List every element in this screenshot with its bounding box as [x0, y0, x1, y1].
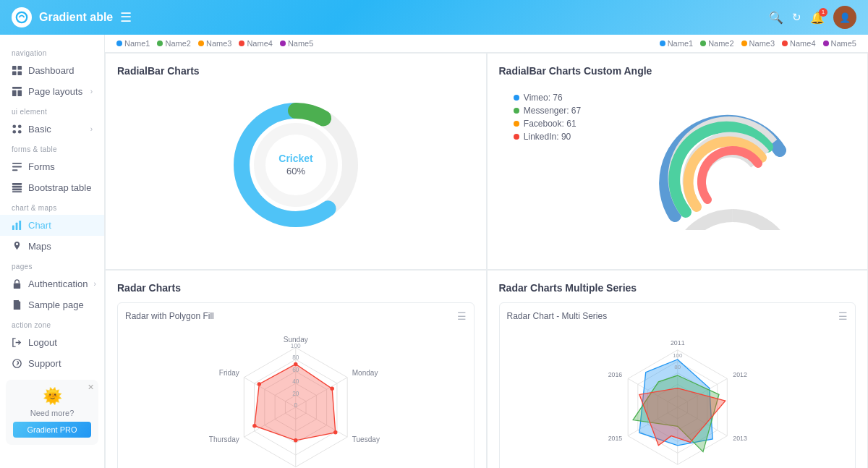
legend-messenger: Messenger: 67	[514, 106, 582, 116]
svg-text:0: 0	[294, 402, 297, 409]
svg-rect-21	[19, 221, 21, 230]
svg-text:2016: 2016	[608, 371, 622, 378]
radar-subtitle: Radar with Polygon Fill	[125, 311, 214, 321]
sidebar-item-forms[interactable]: Forms	[0, 156, 104, 177]
radialbar-custom-visual	[610, 85, 856, 230]
sidebar-label-logout: Logout	[28, 337, 57, 348]
svg-point-46	[252, 424, 257, 428]
sidebar: navigation Dashboard Page layouts › ui e…	[0, 35, 105, 468]
svg-rect-16	[12, 186, 22, 188]
svg-text:100: 100	[673, 352, 683, 359]
sidebar-label-bootstrap-table: Bootstrap table	[28, 182, 91, 193]
svg-text:100: 100	[291, 343, 301, 349]
promo-icon: 🌞	[13, 387, 91, 406]
svg-rect-13	[12, 166, 22, 168]
radar-title: Radar Charts	[117, 282, 475, 294]
svg-text:20: 20	[292, 391, 299, 397]
legend-linkedin: LinkedIn: 90	[514, 132, 582, 142]
main-layout: navigation Dashboard Page layouts › ui e…	[0, 35, 868, 468]
sidebar-label-page-layouts: Page layouts	[28, 86, 82, 97]
svg-point-47	[258, 382, 262, 386]
sidebar-label-forms: Forms	[28, 161, 55, 172]
sidebar-item-sample-page[interactable]: Sample page	[0, 294, 104, 315]
svg-text:Cricket: Cricket	[278, 153, 313, 164]
chevron-auth: ›	[93, 280, 95, 288]
menu-icon[interactable]: ☰	[120, 9, 132, 25]
header-left: Gradient able ☰	[12, 7, 132, 27]
svg-point-23	[13, 359, 21, 367]
svg-text:2013: 2013	[733, 435, 747, 442]
svg-rect-19	[12, 226, 14, 231]
svg-point-44	[333, 430, 338, 435]
radar-svg: Sunday Monday Tuesday Wednesday Thursday…	[125, 328, 467, 468]
radar-header: Radar with Polygon Fill ☰	[125, 310, 467, 322]
svg-rect-3	[12, 71, 17, 75]
radialbar-custom-legend: Vimeo: 76 Messenger: 67 Facebook: 61	[499, 85, 596, 152]
svg-text:80: 80	[292, 354, 299, 361]
search-icon[interactable]: 🔍	[769, 11, 783, 25]
svg-rect-6	[12, 90, 17, 96]
radialbar-custom-inner: Vimeo: 76 Messenger: 67 Facebook: 61	[499, 85, 856, 230]
sidebar-section-forms: forms & table Forms Bootstrap table	[0, 140, 104, 198]
sidebar-label-chart: Chart	[28, 220, 51, 231]
svg-rect-2	[17, 66, 22, 70]
sidebar-item-basic[interactable]: Basic ›	[0, 119, 104, 140]
svg-point-11	[18, 130, 22, 134]
sidebar-item-authentication[interactable]: Authentication ›	[0, 273, 104, 294]
svg-text:2012: 2012	[733, 371, 747, 378]
gradient-pro-button[interactable]: Gradient PRO	[13, 422, 91, 438]
sidebar-label-dashboard: Dashboard	[28, 65, 75, 76]
sidebar-item-page-layouts[interactable]: Page layouts ›	[0, 81, 104, 102]
svg-text:Tuesday: Tuesday	[352, 435, 380, 443]
sidebar-section-action: action zone Logout Support	[0, 315, 104, 374]
close-promo-button[interactable]: ✕	[88, 383, 94, 392]
top-legend-strip: Name1 Name2 Name3 Name4 Name5 Name1 Name…	[105, 35, 868, 53]
radar-menu-icon[interactable]: ☰	[457, 310, 467, 322]
svg-text:80: 80	[674, 364, 681, 370]
radar-multi-menu-icon[interactable]: ☰	[838, 310, 848, 322]
svg-rect-17	[12, 188, 22, 190]
svg-point-25	[260, 129, 332, 201]
svg-text:2011: 2011	[670, 339, 684, 346]
sidebar-item-support[interactable]: Support	[0, 353, 104, 374]
radar-multi-title: Radar Charts Multiple Series	[499, 282, 856, 294]
svg-rect-4	[17, 71, 22, 75]
svg-point-9	[18, 124, 22, 128]
sidebar-item-maps[interactable]: Maps	[0, 236, 104, 257]
chevron-page-layouts: ›	[90, 88, 93, 95]
sidebar-item-bootstrap-table[interactable]: Bootstrap table	[0, 177, 104, 198]
forms-section-label: forms & table	[0, 140, 104, 156]
svg-rect-15	[12, 183, 22, 185]
svg-text:Friday: Friday	[219, 369, 240, 377]
sidebar-label-maps: Maps	[28, 241, 51, 252]
logo-icon	[12, 7, 32, 27]
svg-point-45	[294, 438, 298, 443]
header: Gradient able ☰ 🔍 ↻ 🔔 1 👤	[0, 0, 868, 35]
refresh-icon[interactable]: ↻	[792, 11, 801, 24]
charts-grid-row2: Radar Charts Radar with Polygon Fill ☰	[105, 270, 868, 468]
bell-icon[interactable]: 🔔 1	[810, 11, 825, 25]
svg-rect-5	[12, 87, 22, 89]
radialbar-visual: Cricket 60%	[117, 85, 475, 244]
sidebar-item-chart[interactable]: Chart	[0, 215, 104, 236]
svg-text:Monday: Monday	[352, 369, 379, 377]
legend-facebook: Facebook: 61	[514, 119, 582, 129]
sidebar-section-navigation: navigation Dashboard Page layouts ›	[0, 43, 104, 102]
svg-point-42	[294, 362, 298, 367]
svg-text:40: 40	[292, 378, 299, 385]
svg-rect-20	[16, 223, 18, 230]
svg-text:60: 60	[292, 367, 299, 373]
right-legend-strip: Name1 Name2 Name3 Name4 Name5	[660, 39, 856, 48]
header-icons: 🔍 ↻ 🔔 1 👤	[769, 6, 856, 29]
radar-multi-header: Radar Chart - Multi Series ☰	[507, 310, 848, 322]
sidebar-item-logout[interactable]: Logout	[0, 332, 104, 353]
radar-multi-svg: 2011 2012 2013 2014 2015 2016 100 80	[507, 328, 848, 468]
svg-text:60%: 60%	[286, 166, 305, 176]
avatar[interactable]: 👤	[833, 6, 856, 29]
radar-multi-card: Radar Charts Multiple Series Radar Chart…	[487, 270, 869, 468]
sidebar-item-dashboard[interactable]: Dashboard	[0, 60, 104, 81]
svg-text:2015: 2015	[608, 435, 622, 442]
svg-rect-1	[12, 66, 17, 70]
sidebar-label-support: Support	[28, 358, 61, 369]
sidebar-label-basic: Basic	[28, 124, 51, 135]
